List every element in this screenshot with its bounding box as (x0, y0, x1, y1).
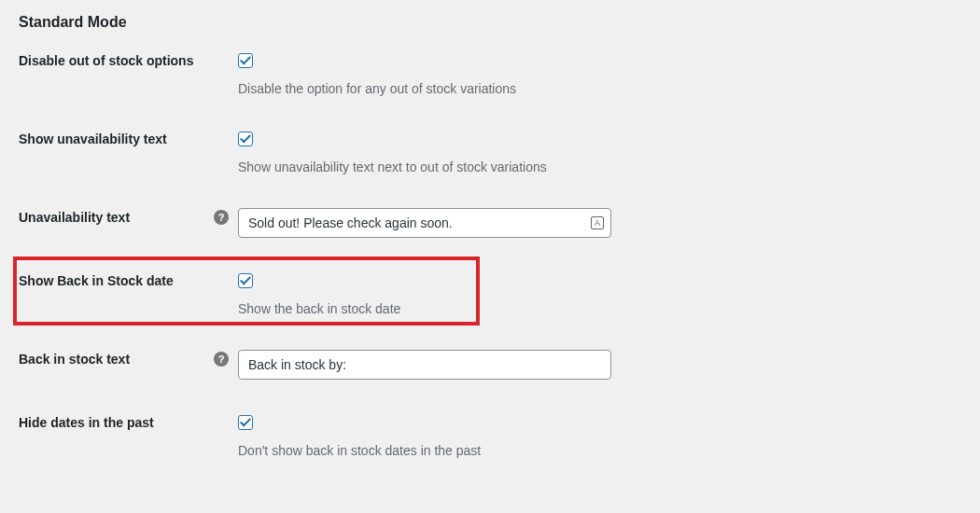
row-back-text: Back in stock text ? (19, 350, 961, 380)
row-unavail-text: Unavailability text ? A (19, 208, 961, 238)
label-unavail-text: Unavailability text ? (19, 208, 238, 225)
label-hide-past: Hide dates in the past (19, 413, 238, 430)
label-text: Disable out of stock options (19, 53, 193, 68)
checkbox-disable-oos[interactable] (238, 53, 253, 68)
label-text: Hide dates in the past (19, 415, 154, 430)
label-show-unavail: Show unavailability text (19, 130, 238, 146)
label-disable-oos: Disable out of stock options (19, 51, 238, 68)
input-unavail-text[interactable] (238, 208, 611, 238)
checkbox-show-back[interactable] (238, 273, 253, 288)
help-icon[interactable]: ? (214, 352, 229, 367)
label-text: Show unavailability text (19, 132, 167, 146)
help-icon[interactable]: ? (214, 210, 229, 225)
desc-show-unavail: Show unavailability text next to out of … (238, 159, 547, 174)
input-back-text[interactable] (238, 350, 611, 380)
checkbox-show-unavail[interactable] (238, 132, 253, 146)
label-text: Show Back in Stock date (19, 273, 174, 288)
desc-show-back: Show the back in stock date (238, 301, 400, 316)
row-show-unavail: Show unavailability text Show unavailabi… (19, 130, 961, 174)
row-disable-oos: Disable out of stock options Disable the… (19, 51, 961, 96)
label-text: Unavailability text (19, 210, 130, 225)
label-back-text: Back in stock text ? (19, 350, 238, 367)
label-show-back: Show Back in Stock date (19, 271, 238, 288)
label-text: Back in stock text (19, 352, 130, 367)
desc-disable-oos: Disable the option for any out of stock … (238, 81, 516, 96)
desc-hide-past: Don't show back in stock dates in the pa… (238, 443, 481, 458)
section-title: Standard Mode (19, 14, 961, 31)
checkbox-hide-past[interactable] (238, 415, 253, 430)
row-hide-past: Hide dates in the past Don't show back i… (19, 413, 961, 458)
row-show-back: Show Back in Stock date Show the back in… (19, 271, 961, 316)
